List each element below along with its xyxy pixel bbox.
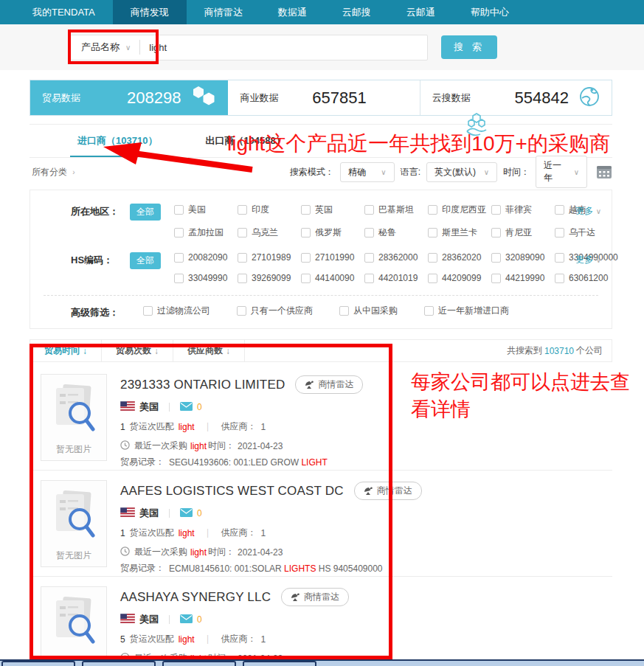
checkbox[interactable] bbox=[364, 228, 374, 237]
stat-business-data[interactable]: 商业数据 657851 bbox=[228, 80, 420, 115]
filter-option[interactable]: 39269099 bbox=[238, 273, 301, 283]
filter-option[interactable]: 菲律宾 bbox=[491, 204, 555, 216]
filter-option[interactable]: 44209099 bbox=[428, 273, 491, 283]
radar-button[interactable]: 商情雷达 bbox=[281, 588, 349, 606]
region-all-badge[interactable]: 全部 bbox=[130, 204, 161, 221]
checkbox[interactable] bbox=[491, 253, 501, 263]
taskbar-tab[interactable] bbox=[1, 661, 75, 666]
checkbox[interactable] bbox=[301, 228, 311, 237]
checkbox[interactable] bbox=[301, 274, 311, 283]
breadcrumb-all-categories[interactable]: 所有分类 › bbox=[32, 166, 75, 178]
radar-button[interactable]: 商情雷达 bbox=[354, 482, 422, 500]
mail-icon[interactable] bbox=[180, 614, 193, 625]
filter-option[interactable]: 英国 bbox=[301, 204, 364, 216]
filter-option[interactable]: 只有一个供应商 bbox=[237, 305, 313, 317]
checkbox[interactable] bbox=[238, 253, 247, 263]
checkbox[interactable] bbox=[143, 306, 153, 316]
checkbox[interactable] bbox=[364, 205, 374, 215]
filter-option[interactable]: 巴基斯坦 bbox=[364, 204, 428, 216]
company-card[interactable]: 暂无图片 AASHAYA SYNERGY LLC 商情雷达 bbox=[30, 577, 612, 666]
sort-item[interactable]: 贸易次数 ↓ bbox=[102, 340, 173, 361]
hs-more-link[interactable]: 更多 ∨ bbox=[575, 254, 601, 266]
filter-option[interactable]: 印度 bbox=[238, 204, 301, 216]
filter-option[interactable]: 27101990 bbox=[301, 252, 364, 263]
checkbox[interactable] bbox=[491, 228, 501, 237]
taskbar-tab[interactable] bbox=[243, 661, 316, 666]
filter-option[interactable]: 32089090 bbox=[491, 252, 555, 263]
search-field-select[interactable]: 产品名称 ∨ bbox=[71, 41, 139, 54]
checkbox[interactable] bbox=[555, 253, 564, 263]
sort-item[interactable]: 供应商数 ↓ bbox=[173, 340, 245, 361]
filter-option[interactable]: 28362020 bbox=[428, 252, 491, 263]
company-name[interactable]: 2391333 ONTARIO LIMITED bbox=[120, 378, 285, 392]
checkbox[interactable] bbox=[174, 253, 184, 263]
checkbox[interactable] bbox=[174, 274, 184, 283]
filter-option[interactable]: 33049990 bbox=[174, 273, 238, 283]
checkbox[interactable] bbox=[555, 205, 564, 215]
checkbox[interactable] bbox=[428, 274, 437, 283]
sort-item[interactable]: 贸易时间 ↓ bbox=[30, 340, 102, 361]
filter-option[interactable]: 近一年新增进口商 bbox=[424, 305, 509, 317]
checkbox[interactable] bbox=[491, 205, 501, 215]
filter-option[interactable]: 44140090 bbox=[301, 273, 364, 283]
company-card[interactable]: 暂无图片 AAFES LOGISTICS WEST COAST DC 商情雷达 bbox=[30, 471, 612, 577]
mail-icon[interactable] bbox=[180, 508, 193, 519]
filter-option[interactable]: 俄罗斯 bbox=[301, 226, 364, 239]
checkbox[interactable] bbox=[238, 228, 247, 237]
filter-option[interactable]: 孟加拉国 bbox=[174, 226, 238, 239]
checkbox[interactable] bbox=[339, 306, 349, 316]
nav-item[interactable]: 云邮搜 bbox=[325, 0, 389, 24]
checkbox[interactable] bbox=[364, 253, 374, 263]
filter-option[interactable]: 乌干达 bbox=[555, 226, 618, 239]
nav-item[interactable]: 商情雷达 bbox=[187, 0, 260, 24]
checkbox[interactable] bbox=[174, 228, 184, 237]
checkbox[interactable] bbox=[174, 205, 184, 215]
radar-button[interactable]: 商情雷达 bbox=[295, 375, 363, 394]
nav-item[interactable]: 我的TENDATA bbox=[15, 0, 113, 24]
checkbox[interactable] bbox=[238, 274, 247, 283]
filter-option[interactable]: 肯尼亚 bbox=[491, 226, 555, 239]
checkbox[interactable] bbox=[491, 274, 501, 283]
filter-option[interactable]: 44219990 bbox=[491, 273, 555, 283]
stat-trade-data[interactable]: 贸易数据 208298 bbox=[30, 80, 228, 115]
filter-option[interactable]: 斯里兰卡 bbox=[428, 226, 491, 239]
calendar-icon[interactable] bbox=[596, 164, 612, 179]
checkbox[interactable] bbox=[428, 228, 437, 237]
checkbox[interactable] bbox=[424, 306, 434, 316]
region-more-link[interactable]: 更多 ∨ bbox=[575, 205, 601, 218]
checkbox[interactable] bbox=[555, 274, 564, 283]
tab-importers[interactable]: 进口商（103710） bbox=[70, 125, 165, 157]
company-card[interactable]: 暂无图片 2391333 ONTARIO LIMITED 商情雷达 bbox=[30, 364, 612, 471]
filter-option[interactable]: 20082090 bbox=[174, 252, 238, 263]
filter-option[interactable]: 乌克兰 bbox=[238, 226, 301, 239]
checkbox[interactable] bbox=[555, 228, 564, 237]
checkbox[interactable] bbox=[364, 274, 374, 283]
company-name[interactable]: AASHAYA SYNERGY LLC bbox=[120, 590, 271, 605]
stat-cloud-data[interactable]: 云搜数据 554842 bbox=[420, 80, 612, 115]
taskbar-tab[interactable] bbox=[162, 661, 236, 666]
checkbox[interactable] bbox=[237, 306, 246, 316]
hs-all-badge[interactable]: 全部 bbox=[130, 252, 161, 269]
time-select[interactable]: 近一年 ∨ bbox=[536, 156, 587, 188]
filter-option[interactable]: 过滤物流公司 bbox=[143, 305, 210, 317]
search-button[interactable]: 搜 索 bbox=[441, 35, 497, 59]
filter-option[interactable]: 印度尼西亚 bbox=[428, 204, 491, 216]
nav-item[interactable]: 数据通 bbox=[260, 0, 325, 24]
filter-option[interactable]: 秘鲁 bbox=[364, 226, 428, 239]
checkbox[interactable] bbox=[301, 205, 311, 215]
tab-exporters[interactable]: 出口商（104588） bbox=[198, 125, 292, 157]
checkbox[interactable] bbox=[428, 205, 437, 215]
filter-option[interactable]: 63061200 bbox=[555, 273, 618, 283]
filter-option[interactable]: 28362000 bbox=[364, 252, 428, 263]
nav-item[interactable]: 商情发现 bbox=[113, 0, 187, 24]
search-mode-select[interactable]: 精确 ∨ bbox=[340, 162, 395, 182]
mail-icon[interactable] bbox=[180, 402, 193, 413]
nav-item[interactable]: 云邮通 bbox=[389, 0, 453, 24]
company-name[interactable]: AAFES LOGISTICS WEST COAST DC bbox=[120, 484, 344, 499]
filter-option[interactable]: 从中国采购 bbox=[339, 305, 398, 317]
checkbox[interactable] bbox=[301, 253, 311, 263]
checkbox[interactable] bbox=[238, 205, 247, 215]
nav-item[interactable]: 帮助中心 bbox=[453, 0, 527, 24]
filter-option[interactable]: 27101989 bbox=[238, 252, 301, 263]
filter-option[interactable]: 44201019 bbox=[364, 273, 428, 283]
